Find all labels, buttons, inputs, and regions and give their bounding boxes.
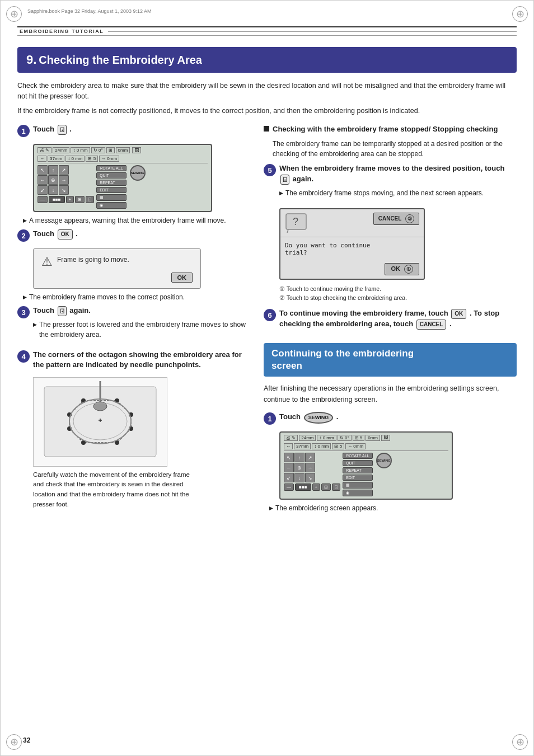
c-btn-rpm[interactable]: ■■■: [295, 483, 311, 491]
info-cell-9: 37mm: [48, 156, 64, 162]
dialog-ok-btn[interactable]: OK ①: [385, 263, 419, 275]
btn-plus[interactable]: +: [66, 196, 74, 203]
reg-mark-tr: [512, 6, 528, 22]
c-nav-ul[interactable]: ↖: [284, 453, 294, 462]
step6-ok-btn[interactable]: OK: [451, 309, 466, 319]
continuing-intro: After finishing the necessary operations…: [264, 383, 517, 405]
c-nav-dl[interactable]: ↙: [284, 473, 294, 482]
c-btn-misc2[interactable]: ◉: [343, 490, 372, 496]
intro-text1: Check the embroidery area to make sure t…: [17, 81, 517, 102]
svg-text:?: ?: [293, 216, 298, 227]
dialog-body: Do you want to continuetrial?: [280, 237, 424, 261]
btn-check[interactable]: ⌺: [86, 196, 94, 203]
nav-dl[interactable]: ↙: [38, 185, 48, 195]
btn-rpm[interactable]: ■■■: [49, 196, 65, 203]
btn-sewing[interactable]: SEWING: [130, 165, 146, 181]
c-nav-dr[interactable]: ↘: [305, 473, 315, 482]
header-line: [108, 31, 517, 32]
c-btn-rotate-all[interactable]: ROTATE ALL: [343, 453, 372, 459]
step-3: 3 Touch ⌺ again. The presser foot is low…: [17, 306, 252, 343]
c-btn-edit[interactable]: EDIT: [343, 475, 372, 481]
btn-quit[interactable]: QUIT: [96, 172, 126, 179]
btn-repeat[interactable]: REPEAT: [96, 180, 126, 186]
info-cell-1: 🖨 ✎: [38, 147, 51, 153]
c-info-6: 0mm: [366, 435, 380, 441]
embroidery-illustration: [33, 377, 167, 467]
dialog-top: ? CANCEL ②: [280, 209, 424, 237]
c-btn-repeat[interactable]: REPEAT: [343, 467, 372, 473]
c-btn-frame[interactable]: ⊞: [321, 483, 331, 491]
continuing-step-1: 1 Touch SEWING .: [264, 412, 517, 425]
nav-ul[interactable]: ↖: [38, 165, 48, 175]
dialog-cancel-btn[interactable]: CANCEL ②: [373, 213, 419, 225]
btn-frame[interactable]: ⊞: [75, 196, 85, 203]
dialog-footnotes: ① Touch to continue moving the frame. ② …: [279, 284, 517, 303]
section-number: 9.: [26, 53, 36, 67]
screen-bottom-row: — ■■■ + ⊞ ⌺: [38, 196, 94, 203]
c-btn-misc1[interactable]: ▦: [343, 482, 372, 489]
info-cell-4: ↻ 0°: [91, 147, 105, 153]
step-4-num: 4: [17, 350, 30, 363]
circle-num-2: ②: [405, 214, 414, 223]
btn-rotate-all[interactable]: ROTATE ALL: [96, 165, 126, 171]
c-btn-sewing[interactable]: SEWING: [376, 453, 392, 468]
info-cell-7: 🖼: [132, 147, 141, 153]
continuing-box: Continuing to the embroideringscreen: [264, 343, 517, 377]
checking-desc: The embroidery frame can be temporarily …: [273, 139, 517, 159]
step-2-num: 2: [17, 229, 30, 242]
step-4-title: The corners of the octagon showing the e…: [33, 350, 252, 370]
step3-button[interactable]: ⌺: [58, 306, 67, 316]
screen-main-grid: ↖ ↑ ↗ ← ⊕ → ↙ ↓ ↘ — ■■■: [38, 165, 208, 209]
footnote-2: ② Touch to stop checking the embroiderin…: [279, 293, 517, 303]
nav-c[interactable]: ⊕: [48, 175, 58, 185]
alert-icon: ⚠: [41, 255, 53, 269]
nav-l[interactable]: ←: [38, 175, 48, 185]
alert-ok-btn[interactable]: OK: [171, 273, 193, 283]
dialog-question: Do you want to continuetrial?: [285, 242, 419, 256]
step4-watch-text: Carefully watch the movement of the embr…: [33, 470, 201, 510]
c-nav-ur[interactable]: ↗: [305, 453, 315, 462]
section-title-box: 9. Checking the Embroidery Area: [17, 47, 517, 73]
nav-dr[interactable]: ↘: [59, 185, 69, 195]
c-screen-bottom-row: — ■■■ + ⊞ ⌺: [284, 483, 340, 491]
c-nav-u[interactable]: ↑: [294, 453, 305, 462]
step2-ok-button[interactable]: OK: [58, 229, 73, 240]
step1-button[interactable]: ⌺: [58, 125, 67, 135]
info-cell-12: ↔ 0mm: [99, 156, 119, 162]
c-nav-d[interactable]: ↓: [294, 473, 305, 482]
btn-misc1[interactable]: ▦: [96, 194, 126, 201]
step5-button[interactable]: ⌺: [280, 175, 289, 185]
nav-u[interactable]: ↑: [48, 165, 58, 175]
step-2: 2 Touch OK .: [17, 229, 252, 242]
c-nav-r[interactable]: →: [305, 463, 315, 472]
book-note: Sapphire.book Page 32 Friday, August 1, …: [27, 8, 151, 14]
step2-bullet: The embroidery frame moves to the correc…: [23, 292, 252, 302]
step-6-num: 6: [264, 309, 276, 321]
step6-cancel-btn[interactable]: CANCEL: [416, 320, 447, 330]
btn-misc2[interactable]: ◉: [96, 202, 126, 209]
step-6: 6 To continue moving the embroidery fram…: [264, 308, 517, 330]
section-title-text: Checking the Embroidery Area: [39, 54, 202, 67]
btn-minus[interactable]: —: [38, 196, 48, 203]
c-nav-c[interactable]: ⊕: [294, 463, 305, 472]
c-info-3: ↕ 0 mm: [317, 435, 336, 441]
btn-edit[interactable]: EDIT: [96, 187, 126, 193]
c-btn-check[interactable]: ⌺: [332, 483, 340, 491]
reg-mark-tl: [6, 6, 22, 22]
step-5: 5 When the embroidery frame moves to the…: [264, 163, 517, 201]
c-nav-l[interactable]: ←: [284, 463, 294, 472]
step-3-num: 3: [17, 306, 30, 318]
sewing-button[interactable]: SEWING: [304, 412, 334, 424]
nav-r[interactable]: →: [59, 175, 69, 185]
nav-d[interactable]: ↓: [48, 185, 58, 195]
c-btn-minus[interactable]: —: [284, 483, 294, 491]
c-info-5: ⊞ 5: [353, 435, 365, 441]
step-3-title: Touch ⌺ again.: [33, 306, 252, 316]
nav-ur[interactable]: ↗: [59, 165, 69, 175]
checking-header-text: Checking with the embroidery frame stopp…: [273, 124, 498, 134]
c-btn-plus[interactable]: +: [312, 483, 321, 491]
screen-side-btns: ROTATE ALL QUIT REPEAT EDIT ▦ ◉: [96, 165, 126, 209]
c-info-12: ↔ 0mm: [345, 443, 366, 449]
c-btn-quit[interactable]: QUIT: [343, 460, 372, 466]
header-label: EMBROIDERING TUTORIAL: [20, 29, 104, 34]
